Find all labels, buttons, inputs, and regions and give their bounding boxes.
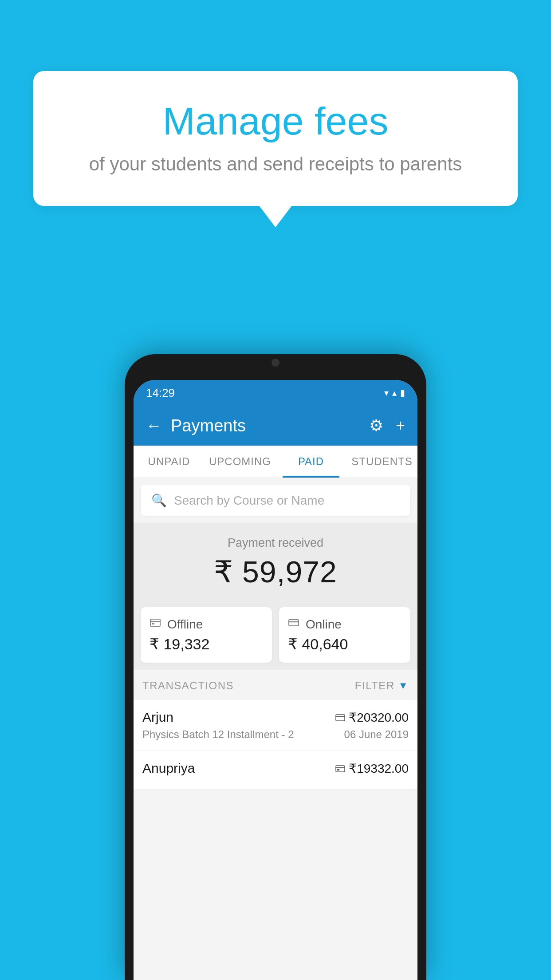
online-card-type: Online bbox=[306, 617, 342, 632]
payment-received-label: Payment received bbox=[142, 536, 409, 550]
filter-label: FILTER bbox=[355, 680, 395, 692]
bubble-title: Manage fees bbox=[60, 98, 491, 145]
offline-card-type: Offline bbox=[167, 617, 203, 632]
transaction-amount: ₹20320.00 bbox=[335, 710, 409, 725]
svg-rect-5 bbox=[336, 715, 345, 721]
offline-card: Offline ₹ 19,332 bbox=[141, 607, 272, 663]
tab-unpaid[interactable]: UNPAID bbox=[134, 446, 205, 478]
status-icons: ▾ ▴ ▮ bbox=[384, 387, 405, 398]
online-card-amount: ₹ 40,640 bbox=[288, 635, 401, 653]
phone-notch bbox=[236, 354, 315, 371]
online-card-icon bbox=[288, 617, 299, 632]
bubble-subtitle: of your students and send receipts to pa… bbox=[60, 154, 491, 175]
payment-cards: Offline ₹ 19,332 Online ₹ 40,640 bbox=[134, 600, 417, 670]
transaction-row[interactable]: Anupriya ₹19332.00 bbox=[134, 751, 417, 790]
app-header: ← Payments ⚙ + bbox=[134, 406, 417, 446]
transaction-course: Physics Batch 12 Installment - 2 bbox=[142, 728, 294, 741]
offline-card-amount: ₹ 19,332 bbox=[150, 635, 263, 653]
offline-payment-icon bbox=[335, 761, 345, 775]
payment-received-section: Payment received ₹ 59,972 bbox=[134, 523, 417, 600]
phone-frame: 14:29 ▾ ▴ ▮ ← Payments ⚙ + UNPAID UPCOMI… bbox=[125, 354, 426, 980]
filter-button[interactable]: FILTER ▼ bbox=[355, 680, 409, 692]
offline-card-icon bbox=[150, 617, 161, 632]
tab-upcoming[interactable]: UPCOMING bbox=[205, 446, 276, 478]
search-placeholder: Search by Course or Name bbox=[174, 494, 324, 508]
signal-icon: ▴ bbox=[392, 387, 397, 398]
svg-rect-0 bbox=[150, 619, 160, 626]
online-card: Online ₹ 40,640 bbox=[279, 607, 410, 663]
transaction-name: Anupriya bbox=[142, 761, 195, 776]
svg-rect-9 bbox=[337, 769, 339, 771]
transaction-amount: ₹19332.00 bbox=[335, 761, 409, 776]
back-button[interactable]: ← bbox=[146, 416, 162, 435]
tab-students[interactable]: STUDENTS bbox=[346, 446, 417, 478]
tab-paid[interactable]: PAID bbox=[276, 446, 346, 478]
phone-screen: 14:29 ▾ ▴ ▮ ← Payments ⚙ + UNPAID UPCOMI… bbox=[134, 380, 417, 980]
wifi-icon: ▾ bbox=[384, 387, 389, 398]
transaction-date: 06 June 2019 bbox=[344, 728, 409, 741]
header-title: Payments bbox=[171, 416, 246, 435]
status-time: 14:29 bbox=[146, 386, 175, 400]
svg-rect-3 bbox=[289, 620, 299, 626]
transactions-header: TRANSACTIONS FILTER ▼ bbox=[134, 670, 417, 700]
add-button[interactable]: + bbox=[396, 416, 405, 435]
speech-bubble: Manage fees of your students and send re… bbox=[33, 71, 518, 206]
svg-rect-2 bbox=[152, 623, 154, 624]
tabs: UNPAID UPCOMING PAID STUDENTS bbox=[134, 446, 417, 478]
search-bar[interactable]: 🔍 Search by Course or Name bbox=[141, 485, 410, 516]
battery-icon: ▮ bbox=[400, 387, 405, 398]
status-bar: 14:29 ▾ ▴ ▮ bbox=[134, 380, 417, 406]
transactions-label: TRANSACTIONS bbox=[142, 680, 234, 692]
transaction-name: Arjun bbox=[142, 710, 173, 725]
header-right: ⚙ + bbox=[369, 416, 405, 435]
filter-icon: ▼ bbox=[398, 680, 409, 692]
payment-received-amount: ₹ 59,972 bbox=[142, 554, 409, 589]
online-payment-icon bbox=[335, 710, 345, 724]
search-icon: 🔍 bbox=[151, 493, 167, 508]
settings-button[interactable]: ⚙ bbox=[369, 416, 383, 435]
transaction-row[interactable]: Arjun ₹20320.00 Physics Batch 12 Install… bbox=[134, 700, 417, 751]
header-left: ← Payments bbox=[146, 416, 246, 435]
